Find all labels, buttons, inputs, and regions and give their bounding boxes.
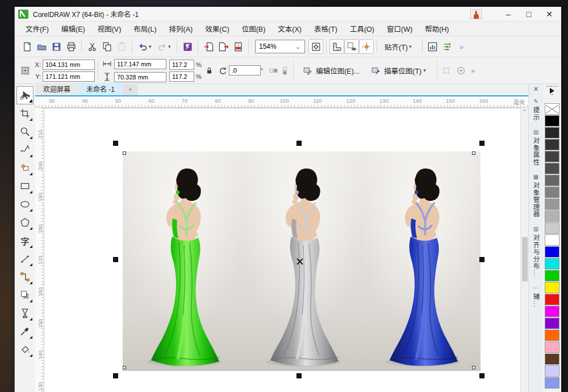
zoom-tool[interactable] bbox=[16, 123, 34, 141]
show-rulers-icon[interactable] bbox=[329, 39, 344, 54]
vertical-scrollbar[interactable]: ⌃ bbox=[520, 108, 528, 392]
polygon-tool[interactable] bbox=[16, 213, 34, 231]
export-icon[interactable] bbox=[216, 39, 231, 54]
smart-fill-tool[interactable] bbox=[16, 159, 34, 177]
scrollbar-thumb[interactable] bbox=[522, 237, 528, 281]
color-swatch[interactable] bbox=[545, 306, 559, 317]
x-position-field[interactable]: 104.131 mm bbox=[43, 60, 95, 70]
selection-handle[interactable] bbox=[479, 141, 485, 146]
color-swatch[interactable] bbox=[545, 258, 559, 269]
drop-shadow-tool[interactable] bbox=[16, 286, 34, 304]
docker-close-icon[interactable]: ✕ bbox=[533, 85, 538, 94]
import-icon[interactable] bbox=[201, 39, 216, 54]
color-swatch[interactable] bbox=[545, 187, 559, 198]
rectangle-tool[interactable] bbox=[16, 177, 34, 195]
new-tab-button[interactable]: + bbox=[123, 85, 138, 95]
mirror-horizontal-icon[interactable] bbox=[268, 65, 279, 76]
app-launcher-icon[interactable] bbox=[180, 39, 195, 54]
open-icon[interactable] bbox=[34, 39, 49, 54]
rotation-field[interactable]: .0 bbox=[229, 65, 261, 75]
menu-item-9[interactable]: 表格(T) bbox=[308, 21, 344, 36]
selection-handle[interactable] bbox=[479, 373, 485, 378]
save-icon[interactable] bbox=[49, 39, 64, 54]
color-swatch[interactable] bbox=[545, 246, 559, 258]
print-icon[interactable] bbox=[64, 39, 78, 54]
color-swatch[interactable] bbox=[545, 175, 559, 186]
cut-icon[interactable] bbox=[85, 39, 99, 54]
dress-green-image[interactable] bbox=[123, 151, 242, 371]
height-field[interactable]: 70.328 mm bbox=[114, 72, 166, 82]
document-tab-2[interactable]: 未命名 -1 bbox=[78, 83, 123, 95]
menu-item-7[interactable]: 位图(B) bbox=[236, 21, 272, 36]
selection-handle[interactable] bbox=[113, 141, 118, 146]
color-swatch[interactable] bbox=[545, 365, 559, 377]
scale-h-field[interactable]: 117.2 bbox=[169, 60, 194, 70]
color-swatch[interactable] bbox=[545, 342, 559, 353]
minimize-button[interactable]: – bbox=[500, 8, 517, 20]
close-button[interactable]: ✕ bbox=[541, 8, 558, 20]
docker-tab-1[interactable]: ✎提示 bbox=[532, 94, 541, 125]
docker-tab-5[interactable]: ⋯辅... bbox=[532, 281, 541, 311]
propbar-overflow[interactable]: » bbox=[471, 66, 475, 75]
menu-item-3[interactable]: 视图(V) bbox=[91, 21, 128, 36]
undo-icon[interactable] bbox=[135, 39, 150, 54]
docker-tab-3[interactable]: ▦对象管理器 bbox=[532, 170, 541, 222]
menu-item-12[interactable]: 帮助(H) bbox=[419, 21, 455, 36]
menu-item-8[interactable]: 文本(X) bbox=[272, 21, 308, 36]
drawing-canvas[interactable] bbox=[44, 108, 520, 392]
width-field[interactable]: 117.147 mm bbox=[114, 59, 166, 69]
menu-item-10[interactable]: 工具(O) bbox=[344, 21, 381, 36]
color-swatch[interactable] bbox=[545, 163, 559, 174]
shape-tool[interactable] bbox=[16, 86, 34, 104]
menu-item-4[interactable]: 布局(L) bbox=[127, 21, 162, 36]
selection-handle[interactable] bbox=[296, 141, 302, 146]
color-swatch[interactable] bbox=[545, 151, 559, 162]
add-plus-icon[interactable] bbox=[455, 65, 466, 76]
palette-grip[interactable] bbox=[546, 85, 558, 87]
scale-v-field[interactable]: 117.2 bbox=[169, 71, 194, 82]
freehand-tool[interactable] bbox=[16, 141, 34, 159]
color-swatch[interactable] bbox=[545, 353, 559, 365]
copy-icon[interactable] bbox=[99, 39, 114, 54]
transparency-tool[interactable] bbox=[16, 304, 34, 322]
text-tool[interactable]: 字 bbox=[16, 231, 34, 250]
show-grid-icon[interactable] bbox=[344, 39, 359, 54]
connector-tool[interactable] bbox=[16, 268, 34, 286]
color-eyedropper-tool[interactable] bbox=[16, 322, 34, 340]
snap-guides-icon[interactable] bbox=[359, 39, 374, 54]
document-tab-1[interactable]: 欢迎屏幕 bbox=[35, 83, 78, 95]
color-swatch[interactable] bbox=[545, 282, 559, 293]
zoom-fit-icon[interactable] bbox=[308, 39, 323, 54]
edit-bitmap-button[interactable]: 编辑位图(E)... bbox=[296, 62, 365, 78]
dress-silver-image[interactable] bbox=[242, 151, 361, 371]
color-swatch[interactable] bbox=[545, 270, 559, 281]
dress-blue-image[interactable] bbox=[361, 151, 481, 371]
menu-item-11[interactable]: 窗口(W) bbox=[381, 21, 419, 36]
menu-item-5[interactable]: 排列(A) bbox=[163, 21, 199, 36]
welcome-options-icon[interactable] bbox=[425, 39, 440, 54]
zoom-level-combo[interactable]: 154%⌄ bbox=[255, 40, 305, 53]
trace-bitmap-button[interactable]: 描摹位图(T)▾ bbox=[365, 62, 434, 78]
color-swatch[interactable] bbox=[545, 139, 559, 150]
user-account-icon[interactable] bbox=[470, 9, 482, 19]
selection-handle[interactable] bbox=[296, 373, 302, 378]
crop-tool[interactable] bbox=[16, 104, 34, 123]
color-swatch[interactable] bbox=[545, 330, 559, 341]
publish-pdf-icon[interactable] bbox=[231, 39, 245, 54]
dimension-tool[interactable] bbox=[16, 250, 34, 268]
color-swatch-none[interactable] bbox=[545, 103, 559, 115]
color-swatch[interactable] bbox=[545, 234, 559, 246]
new-document-icon[interactable] bbox=[19, 39, 34, 54]
maximize-button[interactable]: □ bbox=[520, 8, 537, 20]
lock-ratio-icon[interactable] bbox=[204, 65, 215, 76]
scroll-up-icon[interactable]: ⌃ bbox=[521, 109, 528, 115]
docker-tab-2[interactable]: ▤对象属性 bbox=[532, 125, 541, 170]
docker-tab-4[interactable]: ▥对齐与分布... bbox=[532, 222, 541, 281]
menu-item-1[interactable]: 文件(F) bbox=[19, 21, 55, 36]
color-swatch[interactable] bbox=[545, 210, 559, 222]
mirror-vertical-icon[interactable] bbox=[279, 65, 290, 76]
color-swatch[interactable] bbox=[545, 318, 559, 329]
ellipse-tool[interactable] bbox=[16, 195, 34, 213]
color-swatch[interactable] bbox=[545, 199, 559, 210]
color-swatch[interactable] bbox=[545, 377, 559, 389]
